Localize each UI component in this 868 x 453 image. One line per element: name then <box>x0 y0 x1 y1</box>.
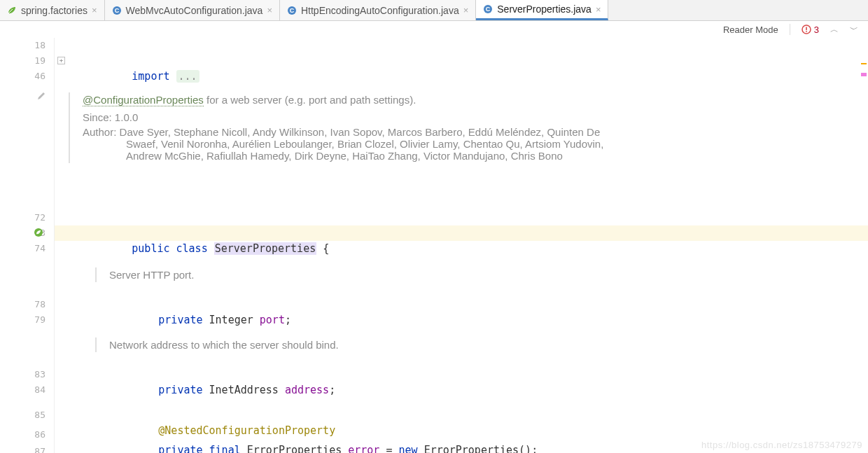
javadoc-author-value: Dave Syer, Stephane Nicoll, Andy Wilkins… <box>116 126 603 162</box>
tab-httpencoding-autoconfig[interactable]: C HttpEncodingAutoConfiguration.java × <box>280 0 476 20</box>
close-icon[interactable]: × <box>596 4 601 15</box>
ide-root: spring.factories × C WebMvcAutoConfigura… <box>0 0 868 453</box>
tab-webmvc-autoconfig[interactable]: C WebMvcAutoConfiguration.java × <box>105 0 280 20</box>
line-number[interactable]: 46 <box>0 69 46 84</box>
keyword-final: final <box>209 444 247 453</box>
code-line: @ConfigurationProperties(prefix = "serve… <box>55 210 868 225</box>
tab-label: WebMvcAutoConfiguration.java <box>126 5 263 16</box>
watermark-text: https://blog.csdn.net/zs18753479279 <box>701 440 862 450</box>
svg-text:C: C <box>114 7 119 14</box>
code-line: private InetAddress address; <box>55 367 868 382</box>
error-icon <box>802 25 811 34</box>
line-number[interactable]: 85 <box>0 407 46 423</box>
keyword-private: private <box>158 314 209 326</box>
javadoc-summary: for a web server (e.g. port and path set… <box>204 94 416 106</box>
tab-spring-factories[interactable]: spring.factories × <box>0 0 105 20</box>
code-line: @NestedConfigurationProperty <box>55 407 868 423</box>
line-number[interactable]: 84 <box>0 382 46 398</box>
tab-label: spring.factories <box>21 5 88 16</box>
javadoc-annotation-link[interactable]: @ConfigurationProperties <box>83 94 204 106</box>
field-name: port <box>260 314 285 326</box>
javadoc-author-label: Author: <box>83 126 116 138</box>
code-line-current: public class ServerProperties { <box>55 225 868 241</box>
line-number[interactable]: 74 <box>0 241 46 256</box>
svg-rect-8 <box>806 31 807 32</box>
spring-bean-icon[interactable] <box>34 228 45 239</box>
keyword-public: public <box>132 242 176 255</box>
javadoc-text: Server HTTP port. <box>109 269 854 281</box>
field-name: error <box>348 444 379 453</box>
code-surface[interactable]: + import ... @ConfigurationProperties fo… <box>55 38 868 453</box>
line-gutter: 18 19 46 72 73 74 78 79 83 84 85 86 87 <box>0 38 55 453</box>
line-number[interactable]: 18 <box>0 38 46 53</box>
keyword-private: private <box>158 384 209 396</box>
class-name: ServerProperties <box>214 242 317 255</box>
line-number[interactable]: 72 <box>0 210 46 225</box>
svg-rect-7 <box>806 27 807 31</box>
tab-label: HttpEncodingAutoConfiguration.java <box>301 5 459 16</box>
error-count[interactable]: 3 <box>802 25 819 35</box>
fold-ellipsis[interactable]: ... <box>176 70 200 83</box>
editor-tabbar: spring.factories × C WebMvcAutoConfigura… <box>0 0 868 21</box>
tab-label: ServerProperties.java <box>497 4 592 15</box>
type-name: Integer <box>209 314 260 326</box>
javadoc-text: Network address to which the server shou… <box>109 339 854 351</box>
error-count-value: 3 <box>814 25 819 35</box>
type-name: InetAddress <box>209 384 285 396</box>
java-class-icon: C <box>112 6 122 15</box>
prev-highlight-icon[interactable]: ︿ <box>830 24 839 36</box>
type-name: ErrorProperties <box>424 444 519 453</box>
edit-pencil-icon[interactable] <box>36 91 48 102</box>
marker-strip[interactable] <box>860 59 868 87</box>
spring-leaf-icon <box>7 6 17 15</box>
keyword-class: class <box>176 242 214 255</box>
close-icon[interactable]: × <box>267 5 272 15</box>
reader-mode-label[interactable]: Reader Mode <box>723 25 778 35</box>
code-line: import ... <box>55 53 868 69</box>
java-class-icon: C <box>287 6 297 15</box>
javadoc-field-address: Network address to which the server shou… <box>95 337 854 352</box>
type-name: ErrorProperties <box>247 444 349 453</box>
code-line: private Integer port; <box>55 297 868 312</box>
next-highlight-icon[interactable]: ﹀ <box>850 24 858 36</box>
keyword-private: private <box>158 444 209 453</box>
tab-serverproperties[interactable]: C ServerProperties.java × <box>476 0 608 20</box>
line-number[interactable]: 78 <box>0 297 46 312</box>
warning-marker-icon[interactable] <box>861 63 867 64</box>
highlight-marker-icon[interactable] <box>861 73 867 76</box>
java-class-icon: C <box>483 4 493 14</box>
line-number[interactable]: 19 <box>0 53 46 69</box>
javadoc-since-label: Since: <box>83 111 112 123</box>
javadoc-since-value: 1.0.0 <box>112 111 139 123</box>
line-number[interactable]: 86 <box>0 427 46 442</box>
separator <box>790 24 790 35</box>
javadoc-field-port: Server HTTP port. <box>95 267 854 282</box>
keyword-import: import <box>132 70 176 83</box>
field-name: address <box>285 384 329 396</box>
svg-text:C: C <box>290 7 295 14</box>
editor-body: 18 19 46 72 73 74 78 79 83 84 85 86 87 + <box>0 38 868 453</box>
javadoc-class: @ConfigurationProperties for a web serve… <box>69 92 854 163</box>
svg-text:C: C <box>486 6 491 13</box>
line-number[interactable]: 87 <box>0 444 46 453</box>
line-number[interactable]: 79 <box>0 312 46 328</box>
keyword-new: new <box>399 444 424 453</box>
editor-statusbar: Reader Mode 3 ︿ ﹀ <box>0 21 868 38</box>
line-number[interactable]: 83 <box>0 367 46 382</box>
close-icon[interactable]: × <box>92 5 97 15</box>
close-icon[interactable]: × <box>463 5 469 15</box>
